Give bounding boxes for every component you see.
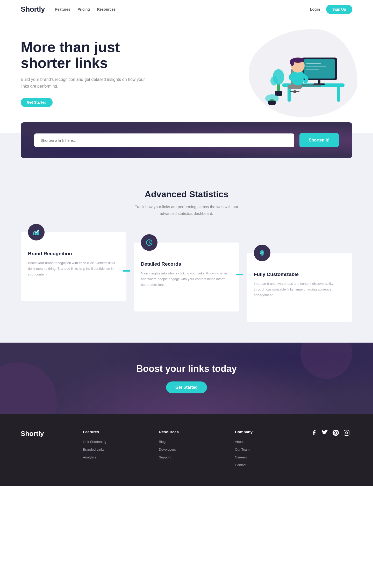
footer-link-our-team[interactable]: Our Team [235,448,250,451]
stats-heading: Advanced Statistics [21,189,352,199]
footer-link-blog[interactable]: Blog [159,440,166,444]
card-detailed-records: Detailed Records Gain insights into who … [134,243,239,311]
footer-col-heading-company: Company [235,430,295,434]
card-desc-3: Improve brand awareness and content disc… [254,281,345,298]
svg-point-34 [149,243,150,243]
hero-cta-button[interactable]: Get Started [21,98,53,107]
svg-rect-13 [288,85,302,89]
footer-col-company: Company About Our Team Careers Contact [235,430,295,470]
card-desc-2: Gain insights into who is clicking your … [141,271,232,288]
card-title-1: Brand Recognition [28,251,119,257]
card-connector-2 [236,274,243,275]
svg-rect-23 [275,91,282,96]
footer-socials [311,430,352,436]
footer-col-heading-resources: Resources [159,430,219,434]
svg-rect-28 [35,231,37,235]
nav-links: Features Pricing Resources [55,7,310,11]
shorten-section: Shorten It! [0,133,373,184]
footer-link-about[interactable]: About [235,440,244,444]
svg-point-22 [270,76,278,86]
card-title-3: Fully Customizable [254,272,345,277]
nav-logo: Shortly [21,5,45,13]
svg-rect-26 [268,101,276,105]
footer-link-branded-links[interactable]: Branded Links [83,448,104,451]
footer-col-heading-features: Features [83,430,143,434]
hero-text: More than just shorter links Build your … [21,39,145,107]
hero-image [145,34,352,112]
svg-point-30 [38,230,39,231]
stats-section: Advanced Statistics Track how your links… [0,184,373,343]
footer-link-link-shortening[interactable]: Link Shortening [83,440,106,444]
footer-link-careers[interactable]: Careers [235,455,247,459]
svg-rect-9 [306,66,326,67]
footer-col-resources: Resources Blog Developers Support [159,430,219,463]
navbar: Shortly Features Pricing Resources Login… [0,0,373,19]
hero-description: Build your brand's recognition and get d… [21,76,145,89]
card-customizable: Fully Customizable Improve brand awarene… [247,253,352,322]
shorten-box: Shorten It! [21,122,352,158]
cta-section: Boost your links today Get Started [0,343,373,414]
svg-rect-3 [337,86,340,102]
svg-point-38 [348,431,348,432]
svg-rect-11 [300,84,321,87]
footer-col-features: Features Link Shortening Branded Links A… [83,430,143,463]
stats-description: Track how your links are performing acro… [130,203,243,217]
card-brand-recognition: Brand Recognition Boost your brand recog… [21,232,126,301]
footer: Shortly Features Link Shortening Branded… [0,414,373,486]
footer-link-developers[interactable]: Developers [159,448,176,451]
card-icon-chart [28,224,45,240]
twitter-icon[interactable] [322,430,328,436]
svg-point-19 [290,59,294,66]
cards-wrapper: Brand Recognition Boost your brand recog… [21,232,352,322]
hero-illustration [254,34,352,112]
shorten-input[interactable] [34,133,294,147]
svg-point-37 [346,432,348,434]
pinterest-icon[interactable] [333,430,339,436]
login-button[interactable]: Login [310,7,320,11]
footer-logo: Shortly [21,430,57,438]
footer-link-analytics[interactable]: Analytics [83,455,96,459]
card-connector-1 [123,270,130,272]
instagram-icon[interactable] [343,430,350,436]
svg-rect-10 [306,69,319,70]
svg-rect-36 [344,430,349,435]
footer-link-contact[interactable]: Contact [235,463,247,467]
cta-heading: Boost your links today [21,363,352,374]
hero-section: More than just shorter links Build your … [0,19,373,133]
nav-actions: Login Sign Up [310,5,352,14]
card-title-2: Detailed Records [141,261,232,267]
card-desc-1: Boost your brand recognition with each c… [28,260,119,277]
signup-button[interactable]: Sign Up [326,5,352,14]
nav-link-features[interactable]: Features [55,7,70,11]
svg-rect-8 [306,63,321,64]
nav-link-resources[interactable]: Resources [97,7,116,11]
hero-heading: More than just shorter links [21,39,145,71]
card-icon-clock [141,234,157,251]
footer-link-support[interactable]: Support [159,455,171,459]
nav-link-pricing[interactable]: Pricing [77,7,90,11]
shorten-button[interactable]: Shorten It! [299,133,339,147]
card-icon-leaf [254,245,270,261]
cta-button[interactable]: Get Started [166,381,207,393]
facebook-icon[interactable] [311,430,317,436]
